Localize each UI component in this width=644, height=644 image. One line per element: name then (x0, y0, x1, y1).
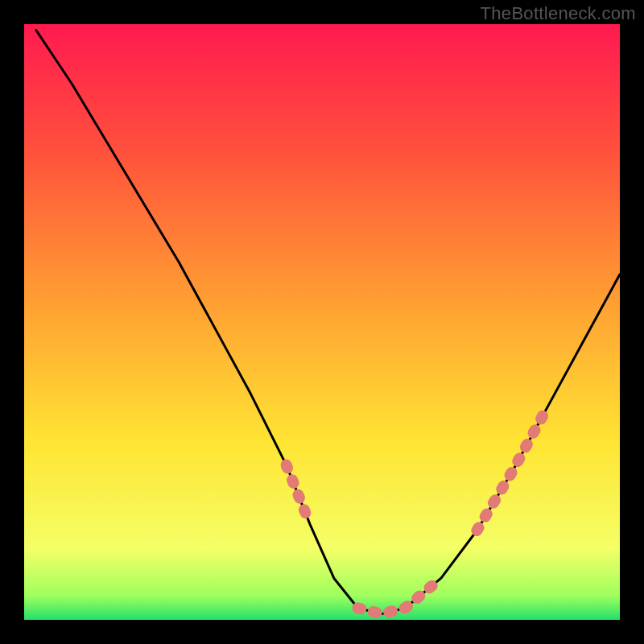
chart-frame: TheBottleneck.com (0, 0, 644, 644)
watermark-text: TheBottleneck.com (481, 3, 636, 24)
plot-background (24, 24, 620, 620)
bottleneck-plot (24, 24, 620, 620)
